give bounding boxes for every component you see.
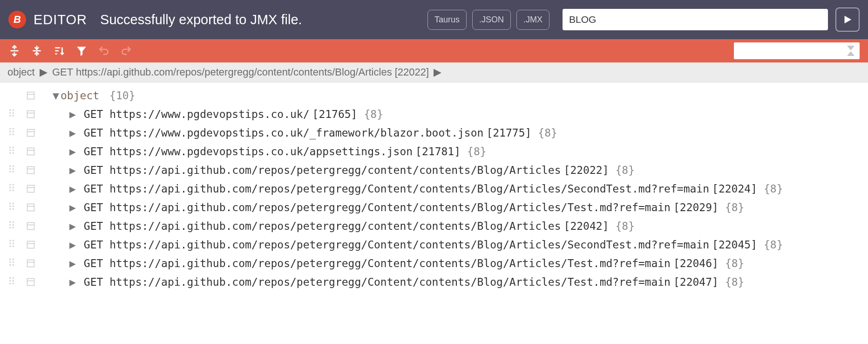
tree-row[interactable]: ⠿ ▶ GET https://www.pgdevopstips.co.uk/a… — [3, 142, 868, 161]
tree-row-method: GET — [84, 276, 103, 288]
search-next-icon[interactable] — [847, 46, 854, 50]
caret-right-icon[interactable]: ▶ — [68, 108, 77, 120]
tree-row-url: https://api.github.com/repos/petergregg/… — [109, 239, 709, 251]
object-icon — [26, 277, 35, 287]
drag-handle-icon[interactable]: ⠿ — [8, 280, 16, 284]
tree-row-method: GET — [84, 145, 103, 158]
tree-row-method: GET — [84, 201, 103, 213]
tree-row[interactable]: ⠿ ▶ GET https://api.github.com/repos/pet… — [3, 254, 868, 273]
object-icon — [26, 259, 35, 268]
app-title: EDITOR — [34, 12, 87, 28]
drag-handle-icon[interactable]: ⠿ — [8, 112, 16, 117]
chevron-right-icon: ▶ — [40, 66, 47, 78]
expand-all-icon[interactable] — [8, 45, 20, 57]
caret-right-icon[interactable]: ▶ — [68, 239, 77, 251]
svg-rect-9 — [27, 241, 34, 248]
chevron-right-icon: ▶ — [434, 66, 441, 78]
tree-row-method: GET — [84, 239, 103, 251]
object-icon — [26, 128, 35, 138]
svg-rect-4 — [27, 148, 34, 155]
tree-row-url: https://api.github.com/repos/petergregg/… — [109, 276, 671, 288]
caret-right-icon[interactable]: ▶ — [68, 201, 77, 213]
search-prev-icon[interactable] — [847, 51, 854, 56]
tree-row[interactable]: ⠿ ▶ GET https://www.pgdevopstips.co.uk/ … — [3, 105, 868, 124]
caret-right-icon[interactable]: ▶ — [68, 276, 77, 288]
test-name-input[interactable] — [563, 9, 828, 30]
breadcrumb-root[interactable]: object — [7, 66, 35, 78]
object-icon — [26, 165, 35, 175]
search-nav — [847, 45, 855, 56]
tree-row[interactable]: ⠿ ▶ GET https://www.pgdevopstips.co.uk/_… — [3, 124, 868, 142]
tree-row[interactable]: ⠿ ▶ GET https://api.github.com/repos/pet… — [3, 198, 868, 217]
tree-row-url: https://www.pgdevopstips.co.uk/ — [109, 108, 309, 120]
tree-row-id: [21781] — [415, 145, 461, 158]
svg-rect-2 — [27, 111, 34, 118]
collapse-all-icon[interactable] — [31, 45, 43, 57]
tree-row-method: GET — [84, 183, 103, 195]
tree-row-count: {8} — [725, 201, 745, 213]
drag-handle-icon[interactable]: ⠿ — [8, 224, 16, 228]
tree-row-url: https://api.github.com/repos/petergregg/… — [109, 201, 671, 213]
drag-handle-icon[interactable]: ⠿ — [8, 131, 16, 135]
status-message: Successfully exported to JMX file. — [100, 12, 302, 28]
caret-right-icon[interactable]: ▶ — [68, 183, 77, 195]
tree-row[interactable]: ⠿ ▶ GET https://api.github.com/repos/pet… — [3, 235, 868, 254]
export-taurus-button[interactable]: Taurus — [427, 10, 467, 30]
tree-row-id: [22047] — [673, 276, 719, 288]
tree-row-url: https://www.pgdevopstips.co.uk/appsettin… — [109, 145, 413, 158]
tree-row[interactable]: ⠿ ▶ GET https://api.github.com/repos/pet… — [3, 161, 868, 179]
sort-icon[interactable] — [53, 45, 65, 57]
drag-handle-icon[interactable]: ⠿ — [8, 205, 16, 210]
object-icon — [26, 91, 35, 100]
run-button[interactable] — [835, 7, 860, 32]
app-header: B EDITOR Successfully exported to JMX fi… — [0, 0, 868, 39]
tree-row-count: {8} — [725, 257, 745, 269]
json-tree: ▼ object {10} ⠿ ▶ GET https://www.pgdevo… — [0, 83, 868, 295]
tree-row-method: GET — [84, 164, 103, 176]
svg-rect-11 — [27, 279, 34, 286]
tree-row-count: {8} — [467, 145, 487, 158]
tree-row-count: {8} — [616, 164, 635, 176]
tree-row[interactable]: ⠿ ▶ GET https://api.github.com/repos/pet… — [3, 179, 868, 198]
caret-right-icon[interactable]: ▶ — [68, 145, 77, 158]
tree-row-url: https://api.github.com/repos/petergregg/… — [109, 220, 561, 232]
caret-right-icon[interactable]: ▶ — [68, 220, 77, 232]
tree-row-url: https://api.github.com/repos/petergregg/… — [109, 183, 709, 195]
app-logo-icon: B — [8, 11, 26, 28]
tree-root-count: {10} — [109, 89, 135, 102]
tree-row[interactable]: ⠿ ▶ GET https://api.github.com/repos/pet… — [3, 273, 868, 291]
svg-rect-8 — [27, 223, 34, 230]
breadcrumb-path[interactable]: GET https://api.github.com/repos/petergr… — [52, 66, 429, 78]
export-jmx-button[interactable]: .JMX — [516, 10, 549, 30]
drag-handle-icon[interactable]: ⠿ — [8, 242, 16, 247]
tree-row-method: GET — [84, 220, 103, 232]
tree-row-id: [22045] — [712, 239, 757, 251]
tree-row-method: GET — [84, 257, 103, 269]
tree-row[interactable]: ⠿ ▶ GET https://api.github.com/repos/pet… — [3, 217, 868, 235]
search-input[interactable] — [739, 46, 847, 56]
tree-row-id: [21775] — [486, 127, 531, 139]
caret-right-icon[interactable]: ▶ — [68, 127, 77, 139]
caret-right-icon[interactable]: ▶ — [68, 257, 77, 269]
object-icon — [26, 110, 35, 119]
tree-row-count: {8} — [616, 220, 635, 232]
filter-icon[interactable] — [75, 45, 88, 57]
breadcrumb: object ▶ GET https://api.github.com/repo… — [0, 62, 868, 83]
export-json-button[interactable]: .JSON — [472, 10, 511, 30]
object-icon — [26, 147, 35, 156]
tree-row-count: {8} — [725, 276, 745, 288]
drag-handle-icon[interactable]: ⠿ — [8, 149, 16, 154]
drag-handle-icon[interactable]: ⠿ — [8, 168, 16, 172]
export-button-group: Taurus .JSON .JMX — [427, 10, 549, 30]
drag-handle-icon[interactable]: ⠿ — [8, 261, 16, 266]
object-icon — [26, 203, 35, 212]
svg-rect-7 — [27, 204, 34, 211]
drag-handle-icon[interactable]: ⠿ — [8, 186, 16, 191]
tree-root-row[interactable]: ▼ object {10} — [3, 86, 868, 105]
caret-right-icon[interactable]: ▶ — [68, 164, 77, 176]
search-box[interactable] — [734, 42, 860, 59]
tree-row-id: [22024] — [712, 183, 757, 195]
tree-row-id: [22029] — [673, 201, 719, 213]
caret-down-icon[interactable]: ▼ — [51, 89, 61, 102]
tree-row-count: {8} — [364, 108, 383, 120]
